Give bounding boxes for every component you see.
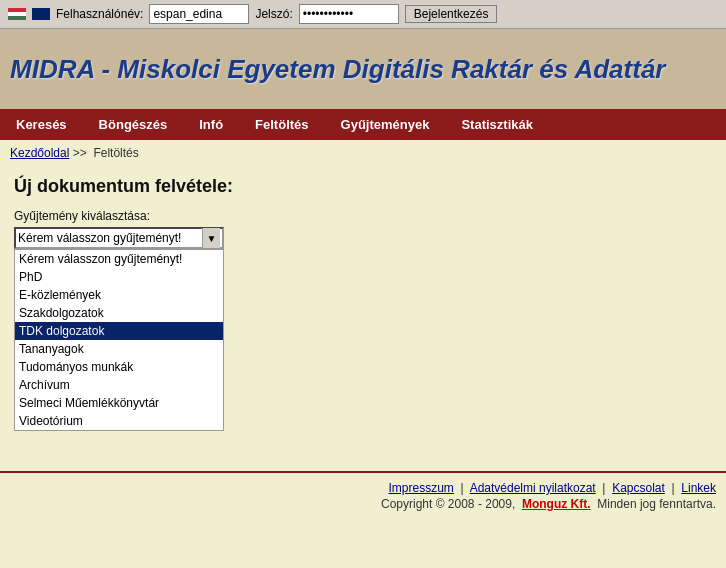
- nav-info[interactable]: Infó: [183, 109, 239, 140]
- monguz-link[interactable]: Monguz Kft.: [522, 497, 591, 511]
- copyright-text: Copyright © 2008 - 2009,: [381, 497, 515, 511]
- dropdown-item-8[interactable]: Selmeci Műemlékkönyvtár: [15, 394, 223, 412]
- dropdown-item-2[interactable]: E-közlemények: [15, 286, 223, 304]
- breadcrumb-separator: >>: [73, 146, 87, 160]
- footer-impresszum[interactable]: Impresszum: [388, 481, 453, 495]
- footer-kapcsolat[interactable]: Kapcsolat: [612, 481, 665, 495]
- password-label: Jelszó:: [255, 7, 292, 21]
- dropdown-arrow-icon: ▼: [202, 228, 220, 248]
- page-heading: Új dokumentum felvétele:: [14, 176, 712, 197]
- breadcrumb-current: Feltöltés: [93, 146, 138, 160]
- dropdown-item-4[interactable]: TDK dolgozatok: [15, 322, 223, 340]
- footer-adatvedelmi[interactable]: Adatvédelmi nyilatkozat: [470, 481, 596, 495]
- dropdown-item-3[interactable]: Szakdolgozatok: [15, 304, 223, 322]
- dropdown-item-6[interactable]: Tudományos munkák: [15, 358, 223, 376]
- collection-dropdown-display[interactable]: Kérem válasszon gyűjteményt! ▼: [14, 227, 224, 249]
- username-label: Felhasználónév:: [56, 7, 143, 21]
- header-banner: MIDRA - Miskolci Egyetem Digitális Raktá…: [0, 29, 726, 109]
- username-input[interactable]: [149, 4, 249, 24]
- footer: Impresszum | Adatvédelmi nyilatkozat | K…: [0, 473, 726, 519]
- collection-dropdown-list: Kérem válasszon gyűjteményt! PhD E-közle…: [14, 249, 224, 431]
- login-button[interactable]: Bejelentkezés: [405, 5, 498, 23]
- breadcrumb: Kezdőoldal >> Feltöltés: [0, 140, 726, 166]
- login-bar: Felhasználónév: Jelszó: Bejelentkezés: [0, 0, 726, 29]
- dropdown-item-9[interactable]: Videotórium: [15, 412, 223, 430]
- dropdown-item-1[interactable]: PhD: [15, 268, 223, 286]
- dropdown-item-0[interactable]: Kérem válasszon gyűjteményt!: [15, 250, 223, 268]
- collection-label: Gyűjtemény kiválasztása:: [14, 209, 712, 223]
- collection-dropdown-value: Kérem válasszon gyűjteményt!: [18, 231, 202, 245]
- rights-text: Minden jog fenntartva.: [597, 497, 716, 511]
- dropdown-item-7[interactable]: Archívum: [15, 376, 223, 394]
- nav-gyujtemenyek[interactable]: Gyűjtemények: [325, 109, 446, 140]
- flag-hu-icon[interactable]: [8, 8, 26, 20]
- site-title: MIDRA - Miskolci Egyetem Digitális Raktá…: [10, 54, 665, 85]
- dropdown-item-5[interactable]: Tananyagok: [15, 340, 223, 358]
- footer-links: Impresszum | Adatvédelmi nyilatkozat | K…: [10, 481, 716, 495]
- nav-bar: Keresés Böngészés Infó Feltöltés Gyűjtem…: [0, 109, 726, 140]
- password-input[interactable]: [299, 4, 399, 24]
- nav-bongeszes[interactable]: Böngészés: [83, 109, 184, 140]
- flag-en-icon[interactable]: [32, 8, 50, 20]
- nav-kereses[interactable]: Keresés: [0, 109, 83, 140]
- nav-statisztikak[interactable]: Statisztikák: [445, 109, 549, 140]
- nav-feltoltes[interactable]: Feltöltés: [239, 109, 324, 140]
- collection-dropdown-wrapper: Kérem válasszon gyűjteményt! ▼ Kérem vál…: [14, 227, 224, 431]
- footer-copyright: Copyright © 2008 - 2009, Monguz Kft. Min…: [10, 497, 716, 511]
- main-content: Új dokumentum felvétele: Gyűjtemény kivá…: [0, 166, 726, 441]
- footer-linkek[interactable]: Linkek: [681, 481, 716, 495]
- breadcrumb-home[interactable]: Kezdőoldal: [10, 146, 69, 160]
